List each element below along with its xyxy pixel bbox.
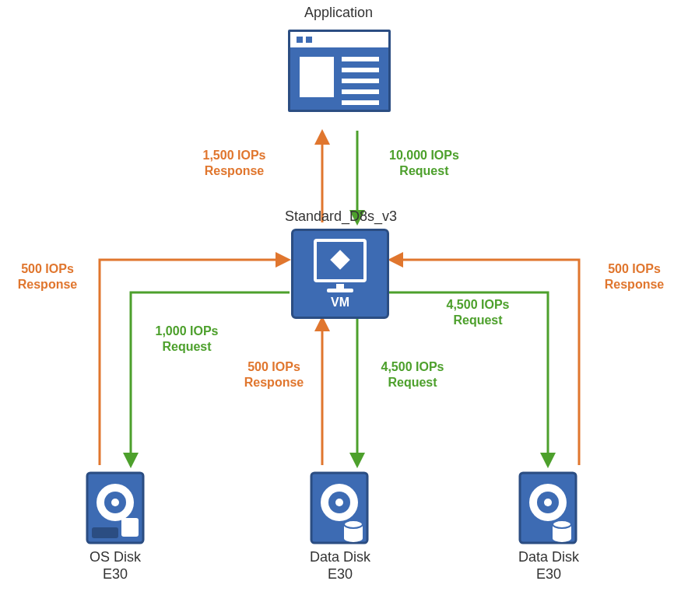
monitor-icon <box>314 239 367 282</box>
data-disk-1-name: Data Disk <box>310 549 370 565</box>
label-vm-to-d2-l2: Request <box>453 313 502 327</box>
label-vm-to-d2: 4,500 IOPs Request <box>431 297 525 328</box>
os-disk-name: OS Disk <box>90 549 141 565</box>
label-d1-to-vm: 500 IOPs Response <box>227 359 321 390</box>
data-disk-1-label: Data Disk E30 <box>297 549 383 583</box>
vm-caption: VM <box>331 296 349 310</box>
label-vm-to-os-l2: Request <box>162 340 211 353</box>
data-disk-2-name: Data Disk <box>518 549 579 565</box>
data-disk-2-label: Data Disk E30 <box>506 549 591 583</box>
data-disk-1-tier: E30 <box>328 566 353 582</box>
label-vm-to-app-l2: Response <box>205 164 264 177</box>
label-app-to-vm-l2: Request <box>399 164 448 177</box>
os-disk-icon <box>84 470 146 546</box>
data-disk-2-tier: E30 <box>536 566 561 582</box>
label-app-to-vm: 10,000 IOPs Request <box>389 148 459 179</box>
label-app-to-vm-l1: 10,000 IOPs <box>389 149 459 162</box>
app-content-lines-icon <box>342 57 379 105</box>
os-disk-tier: E30 <box>103 566 128 582</box>
label-vm-to-d1-l2: Request <box>388 376 437 389</box>
label-d2-to-vm-l1: 500 IOPs <box>608 262 661 275</box>
monitor-base-icon <box>327 289 353 292</box>
label-vm-to-d1-l1: 4,500 IOPs <box>381 360 444 373</box>
label-os-to-vm: 500 IOPs Response <box>5 261 90 292</box>
svg-point-20 <box>553 534 571 542</box>
svg-rect-4 <box>121 518 139 537</box>
label-d1-to-vm-l2: Response <box>244 376 304 389</box>
label-vm-to-d2-l1: 4,500 IOPs <box>447 298 510 311</box>
label-vm-to-d1: 4,500 IOPs Request <box>366 359 459 390</box>
data-disk-1-icon <box>308 470 370 546</box>
label-vm-to-app-l1: 1,500 IOPs <box>203 149 266 162</box>
data-disk-2-icon <box>517 470 579 546</box>
label-d1-to-vm-l1: 500 IOPs <box>247 360 300 373</box>
label-d2-to-vm: 500 IOPs Response <box>591 261 677 292</box>
label-d2-to-vm-l2: Response <box>605 278 664 291</box>
label-vm-to-app: 1,500 IOPs Response <box>184 148 285 179</box>
os-disk-label: OS Disk E30 <box>78 549 153 583</box>
application-title: Application <box>288 5 389 21</box>
vm-title: Standard_D8s_v3 <box>279 208 403 225</box>
svg-rect-5 <box>92 527 118 538</box>
application-block <box>288 30 391 112</box>
label-os-to-vm-l2: Response <box>18 278 77 291</box>
app-titlebar-icon <box>290 32 388 47</box>
app-content-thumb-icon <box>300 57 334 97</box>
svg-point-3 <box>111 499 119 506</box>
label-vm-to-os: 1,000 IOPs Request <box>140 324 233 355</box>
label-vm-to-os-l1: 1,000 IOPs <box>156 324 219 338</box>
svg-point-17 <box>544 499 552 506</box>
svg-point-9 <box>335 499 343 506</box>
label-os-to-vm-l1: 500 IOPs <box>21 262 74 275</box>
vm-block: VM <box>291 229 389 319</box>
svg-point-12 <box>344 534 363 542</box>
